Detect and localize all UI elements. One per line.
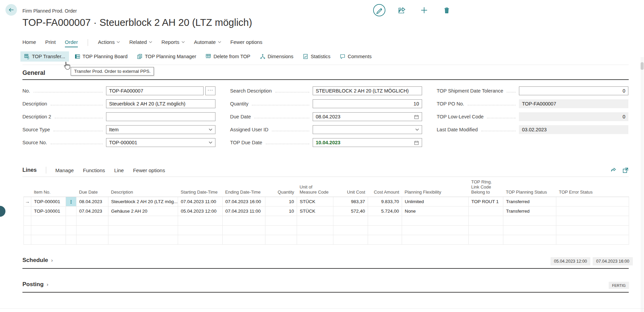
menu-print[interactable]: Print	[45, 39, 56, 47]
scrollbar-thumb[interactable]	[641, 62, 644, 70]
lines-heading[interactable]: Lines	[22, 167, 37, 173]
cell-cost-amount[interactable]: 9.833,70	[368, 197, 402, 207]
page-actions	[372, 3, 453, 17]
cell-error-status[interactable]	[556, 207, 629, 216]
chevron-down-icon	[218, 41, 221, 43]
top-planning-board-button[interactable]: TOP Planning Board	[71, 51, 131, 62]
cell-unit-cost[interactable]: 572,40	[333, 207, 368, 216]
cell-starting-date-time[interactable]: 07.04.2023 11:00	[178, 197, 223, 207]
back-button[interactable]	[5, 4, 17, 16]
calendar-icon[interactable]	[414, 140, 419, 145]
col-unit-of-measure-code[interactable]: Unit of Measure Code	[297, 178, 333, 197]
source-no-select[interactable]: TOP-000001	[106, 138, 215, 147]
top-shipment-date-tolerance-input[interactable]: 0	[519, 86, 628, 95]
cell-starting-date-time[interactable]: 05.04.2023 12:00	[178, 207, 223, 216]
col-top-planning-status[interactable]: TOP Planning Status	[503, 178, 556, 197]
schedule-section-heading[interactable]: Schedule ›	[22, 257, 53, 264]
row-menu-button[interactable]: ⋮	[66, 197, 76, 207]
col-description[interactable]: Description	[108, 178, 178, 197]
cell-due-date[interactable]: 08.04.2023	[76, 197, 108, 207]
menu-home[interactable]: Home	[22, 39, 36, 47]
lines-tab-functions[interactable]: Functions	[83, 167, 105, 173]
description-2-input[interactable]	[106, 112, 215, 121]
row-menu-cell[interactable]	[66, 207, 76, 216]
order-ribbon: TOP Transfer... TOP Planning Board TOP	[20, 51, 375, 62]
cell-description[interactable]: Steuerblock 2 AH 20 (LTZ mög...	[108, 197, 178, 207]
source-type-select[interactable]: Item	[106, 125, 215, 134]
cell-planning-flexibility[interactable]: Unlimited	[402, 197, 469, 207]
dimensions-button[interactable]: Dimensions	[256, 51, 297, 62]
cell-uom[interactable]: STÜCK	[297, 197, 333, 207]
top-transfer-button[interactable]: TOP Transfer...	[20, 51, 69, 62]
cell-error-status[interactable]	[556, 197, 629, 207]
col-starting-date-time[interactable]: Starting Date-Time	[178, 178, 223, 197]
new-button[interactable]	[417, 3, 431, 17]
col-unit-cost[interactable]: Unit Cost	[333, 178, 368, 197]
share-button[interactable]	[395, 3, 408, 17]
cell-description[interactable]: Gehäuse 2 AH 20	[108, 207, 178, 216]
cell-planning-flexibility[interactable]: None	[402, 207, 469, 216]
posting-section-heading[interactable]: Posting ›	[22, 281, 48, 288]
assigned-user-id-select[interactable]	[313, 125, 422, 134]
cell-cost-amount[interactable]: 5.724,00	[368, 207, 402, 216]
col-quantity[interactable]: Quantity	[265, 178, 297, 197]
share-lines-button[interactable]	[610, 167, 617, 174]
menu-reports[interactable]: Reports	[161, 39, 185, 47]
lines-part-header: Lines Manage Functions Line Fewer option…	[22, 167, 165, 174]
lines-tab-fewer-options[interactable]: Fewer options	[133, 167, 165, 173]
cell-planning-status[interactable]: Transferred	[503, 197, 556, 207]
search-description-input[interactable]: STEUERBLOCK 2 AH 20 (LTZ MÖGLICH)	[313, 86, 422, 95]
cell-ending-date-time[interactable]: 07.04.2023 16:00	[223, 197, 265, 207]
menu-fewer-options[interactable]: Fewer options	[230, 39, 262, 47]
menu-actions[interactable]: Actions	[98, 39, 120, 47]
delete-button[interactable]	[440, 3, 453, 17]
cell-item-no[interactable]: TOP-100001	[31, 207, 66, 216]
col-planning-flexibility[interactable]: Planning Flexibility	[402, 178, 469, 197]
menu-automate[interactable]: Automate	[194, 39, 221, 47]
lines-tab-manage[interactable]: Manage	[55, 167, 74, 173]
top-planning-manager-button[interactable]: TOP Planning Manager	[133, 51, 200, 62]
cell-quantity[interactable]: 10	[265, 207, 297, 216]
comments-button[interactable]: Comments	[336, 51, 375, 62]
cell-rtng-link[interactable]	[469, 207, 503, 216]
cell-rtng-link[interactable]: TOP ROUT 1	[469, 197, 503, 207]
field-description: Description Steuerblock 2 AH 20 (LTZ mög…	[22, 99, 215, 108]
cell-quantity[interactable]: 10	[265, 197, 297, 207]
cell-ending-date-time[interactable]: 07.04.2023 11:00	[223, 207, 265, 216]
general-rule	[22, 79, 629, 80]
quantity-input[interactable]: 10	[313, 99, 422, 108]
delete-from-top-button[interactable]: Delete from TOP	[202, 51, 254, 62]
col-due-date[interactable]: Due Date	[76, 178, 108, 197]
calendar-icon[interactable]	[414, 114, 419, 119]
lines-tab-line[interactable]: Line	[114, 167, 124, 173]
chevron-down-icon[interactable]	[209, 141, 212, 144]
col-top-rtng-link-code[interactable]: TOP Rtng. Link Code Belong to	[469, 178, 503, 197]
col-cost-amount[interactable]: Cost Amount	[368, 178, 402, 197]
col-top-error-status[interactable]: TOP Error Status	[556, 178, 629, 197]
cell-uom[interactable]: STÜCK	[297, 207, 333, 216]
breadcrumb[interactable]: Firm Planned Prod. Order	[22, 8, 77, 14]
col-ending-date-time[interactable]: Ending Date-Time	[223, 178, 265, 197]
due-date-input[interactable]: 08.04.2023	[313, 112, 422, 121]
menu-related[interactable]: Related	[129, 39, 152, 47]
cell-planning-status[interactable]: Transferred	[503, 207, 556, 216]
no-input[interactable]: TOP-FA000007	[106, 86, 204, 95]
chevron-down-icon[interactable]	[415, 128, 419, 131]
chevron-down-icon[interactable]	[209, 128, 212, 131]
assist-edit-button[interactable]: ···	[205, 86, 215, 95]
vertical-scrollbar[interactable]	[641, 57, 644, 312]
col-item-no[interactable]: Item No.	[31, 178, 66, 197]
side-panel-button[interactable]	[0, 206, 5, 217]
open-in-new-window-button[interactable]	[622, 167, 629, 174]
cell-due-date[interactable]: 07.04.2023	[76, 207, 108, 216]
top-due-date-input[interactable]: 10.04.2023	[313, 138, 422, 147]
edit-button[interactable]	[372, 3, 386, 17]
share-icon	[397, 6, 406, 15]
menu-order[interactable]: Order	[65, 39, 78, 47]
cell-item-no[interactable]: TOP-000001	[31, 197, 66, 207]
page-title: TOP-FA000007 · Steuerblock 2 AH 20 (LTZ …	[22, 17, 252, 28]
general-section-heading[interactable]: General	[22, 69, 45, 77]
description-input[interactable]: Steuerblock 2 AH 20 (LTZ möglich)	[106, 99, 215, 108]
statistics-button[interactable]: Statistics	[299, 51, 334, 62]
cell-unit-cost[interactable]: 983,37	[333, 197, 368, 207]
